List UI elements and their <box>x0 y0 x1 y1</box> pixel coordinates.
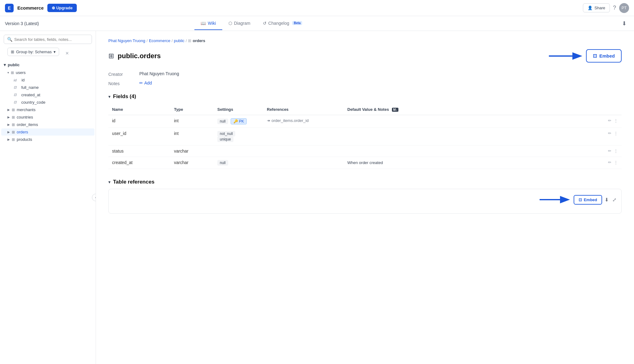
breadcrumb-schema[interactable]: public <box>174 38 185 43</box>
breadcrumb-user[interactable]: Phat Nguyen Truong <box>108 38 145 43</box>
search-input[interactable] <box>14 37 89 42</box>
add-note-link[interactable]: ✏ Add <box>139 80 152 85</box>
collapse-sidebar-button[interactable]: ‹ <box>92 194 96 201</box>
schema-header-public[interactable]: ▾ public <box>0 61 96 69</box>
sidebar-item-id[interactable]: id id <box>1 76 94 84</box>
table-icon-sm: ⊞ <box>188 38 191 43</box>
sidebar-item-orders[interactable]: ▶ ⊞ orders <box>1 128 94 136</box>
tab-wiki[interactable]: 📖 Wiki <box>194 17 222 30</box>
col-settings-header: Settings <box>214 105 263 115</box>
breadcrumb-ecommerce[interactable]: Ecommerce <box>149 38 170 43</box>
embed-annotation-top: ⊡ Embed <box>549 49 622 63</box>
search-box[interactable]: 🔍 <box>4 35 92 44</box>
field-actions-id: ✏ ⋮ <box>603 115 622 128</box>
edit-field-button[interactable]: ✏ <box>608 149 611 153</box>
table-row: status varchar ✏ ⋮ <box>108 145 622 157</box>
field-default-id <box>344 115 603 128</box>
help-icon[interactable]: ? <box>613 5 616 11</box>
app-logo: E <box>5 4 14 12</box>
field-default-created-at: When order created <box>344 157 603 169</box>
avatar[interactable]: PT <box>619 3 629 13</box>
col-name-header: Name <box>108 105 170 115</box>
table-row: id int null 🔑 PK ↠ order_items.order_id <box>108 115 622 128</box>
tab-changelog[interactable]: ↺ Changelog Beta <box>257 17 308 30</box>
upgrade-button[interactable]: ⊕ Upgrade <box>47 4 77 12</box>
field-refs-created-at <box>263 157 344 169</box>
more-options-button[interactable]: ⋮ <box>614 118 618 123</box>
col-type-header: Type <box>170 105 214 115</box>
chevron-right-icon: ▶ <box>7 138 10 141</box>
col-refs-header: References <box>263 105 344 115</box>
field-type-id: int <box>170 115 214 128</box>
chevron-down-icon: ▾ <box>7 71 9 74</box>
field-actions-created-at: ✏ ⋮ <box>603 157 622 169</box>
download-button[interactable]: ⬇ <box>619 19 629 28</box>
sidebar-item-order-items[interactable]: ▶ ⊞ order_items <box>1 121 94 128</box>
null-badge: null <box>217 160 228 166</box>
field-icon: id <box>14 78 17 82</box>
more-options-button[interactable]: ⋮ <box>614 160 618 165</box>
field-name-status: status <box>108 145 170 157</box>
col-actions-header <box>603 105 622 115</box>
notes-row: Notes ✏ Add <box>108 80 622 86</box>
field-type-user-id: int <box>170 128 214 145</box>
sidebar-item-users[interactable]: ▾ ⊞ users <box>1 69 94 76</box>
field-settings-id: null 🔑 PK <box>214 115 263 128</box>
field-refs-user-id <box>263 128 344 145</box>
edit-field-button[interactable]: ✏ <box>608 131 611 136</box>
breadcrumb: Phat Nguyen Truong / Ecommerce / public … <box>108 38 622 43</box>
field-icon: ⊡ <box>14 93 16 97</box>
expand-icon[interactable]: ⤢ <box>611 196 618 204</box>
null-badge: null <box>217 119 228 124</box>
not-null-badge: not_null <box>217 131 235 136</box>
field-icon: ⊡ <box>14 100 16 104</box>
field-default-status <box>344 145 603 157</box>
sidebar: 🔍 ⊞ Group by: Schemas ▾ ✕ ▾ public ▾ ⊞ u… <box>0 31 96 364</box>
creator-label: Creator <box>108 71 139 77</box>
embed-button-bottom[interactable]: ⊡ Embed <box>574 195 602 205</box>
group-by-button[interactable]: ⊞ Group by: Schemas ▾ <box>7 48 59 56</box>
field-icon: ⊡ <box>14 85 16 89</box>
more-options-button[interactable]: ⋮ <box>614 149 618 153</box>
top-nav: E Ecommerce ⊕ Upgrade 👤 Share ? PT <box>0 0 634 16</box>
table-row: user_id int not_null unique ✏ ⋮ <box>108 128 622 145</box>
sidebar-item-country-code[interactable]: ⊡ country_code <box>1 99 94 106</box>
download-icon[interactable]: ⬇ <box>603 196 610 204</box>
sidebar-item-countries[interactable]: ▶ ⊞ countries <box>1 114 94 121</box>
edit-icon: ✏ <box>139 80 143 85</box>
sidebar-item-full-name[interactable]: ⊡ full_name <box>1 84 94 91</box>
beta-badge: Beta <box>292 21 302 25</box>
field-settings-status <box>214 145 263 157</box>
version-label: Version 3 (Latest) <box>5 21 39 26</box>
collapse-icon[interactable]: ▾ <box>108 180 111 184</box>
chevron-right-icon: ▶ <box>7 115 10 119</box>
reference-link[interactable]: ↠ order_items.order_id <box>267 118 340 123</box>
tab-diagram[interactable]: ⬡ Diagram <box>222 17 257 30</box>
page-title: public.orders <box>118 52 161 60</box>
page-header: ⊞ public.orders ⊡ Embed <box>108 49 622 63</box>
embed-button-top[interactable]: ⊡ Embed <box>586 49 622 63</box>
sidebar-item-merchants[interactable]: ▶ ⊞ merchants <box>1 106 94 113</box>
edit-field-button[interactable]: ✏ <box>608 118 611 123</box>
chevron-down-icon: ▾ <box>54 50 56 54</box>
col-default-header: Default Value & Notes M↓ <box>344 105 603 115</box>
share-button[interactable]: 👤 Share <box>583 3 610 12</box>
more-options-button[interactable]: ⋮ <box>614 131 618 136</box>
collapse-icon[interactable]: ▾ <box>108 94 111 99</box>
field-refs-status <box>263 145 344 157</box>
field-refs-id: ↠ order_items.order_id <box>263 115 344 128</box>
clear-button[interactable]: ✕ <box>65 51 69 56</box>
arrow-svg-bottom <box>540 194 574 205</box>
field-type-created-at: varchar <box>170 157 214 169</box>
table-refs-header: ▾ Table references <box>108 179 622 185</box>
field-name-user-id: user_id <box>108 128 170 145</box>
chevron-right-icon: ▶ <box>7 130 10 134</box>
sidebar-item-products[interactable]: ▶ ⊞ products <box>1 136 94 143</box>
chevron-right-icon: ▶ <box>7 123 10 126</box>
edit-field-button[interactable]: ✏ <box>608 160 611 165</box>
notes-label: Notes <box>108 80 139 86</box>
sidebar-item-created-at[interactable]: ⊡ created_at <box>1 91 94 98</box>
markdown-badge: M↓ <box>392 108 398 112</box>
field-actions-user-id: ✏ ⋮ <box>603 128 622 145</box>
field-default-user-id <box>344 128 603 145</box>
